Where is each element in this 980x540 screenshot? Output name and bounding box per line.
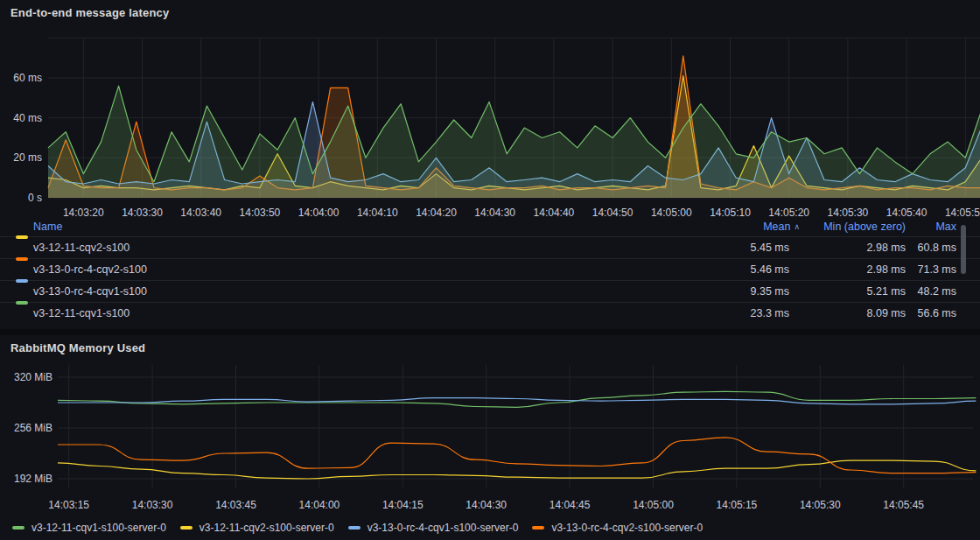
series-name[interactable]: v3-12-11-cqv1-s100 bbox=[33, 303, 130, 324]
min-value: 2.98 ms bbox=[867, 259, 906, 280]
series-area-v3-12-11-cqv1-s100 bbox=[48, 86, 980, 198]
min-value: 8.09 ms bbox=[867, 303, 906, 324]
legend-item[interactable]: v3-13-0-rc-4-cqv2-s100-server-0 bbox=[532, 522, 703, 534]
column-header-max[interactable]: Max bbox=[935, 217, 956, 236]
y-axis-tick-label: 256 MiB bbox=[14, 422, 52, 434]
max-value: 56.6 ms bbox=[918, 303, 956, 324]
memory-chart[interactable]: 192 MiB256 MiB320 MiB14:03:1514:03:3014:… bbox=[0, 354, 980, 522]
latency-chart[interactable]: 0 s20 ms40 ms60 ms14:03:2014:03:3014:03:… bbox=[0, 0, 980, 219]
mean-value: 5.46 ms bbox=[751, 259, 789, 280]
series-line-v3-12-11-cqv1-s100-server-0 bbox=[58, 391, 976, 407]
min-value: 2.98 ms bbox=[867, 237, 906, 258]
legend-label: v3-12-11-cqv1-s100-server-0 bbox=[32, 522, 166, 534]
legend-item[interactable]: v3-13-0-rc-4-cqv1-s100-server-0 bbox=[348, 522, 519, 534]
series-name[interactable]: v3-13-0-rc-4-cqv2-s100 bbox=[33, 259, 147, 280]
legend-table: NameMean∧Min (above zero)Maxv3-12-11-cqv… bbox=[0, 217, 980, 324]
panel-memory: RabbitMQ Memory Used 192 MiB256 MiB320 M… bbox=[0, 335, 980, 540]
column-header-mean[interactable]: Mean∧ bbox=[763, 217, 800, 237]
series-name[interactable]: v3-13-0-rc-4-cqv1-s100 bbox=[33, 281, 147, 302]
column-header-name[interactable]: Name bbox=[33, 217, 62, 236]
legend-item[interactable]: v3-12-11-cqv1-s100-server-0 bbox=[12, 522, 166, 534]
legend-label: v3-12-11-cqv2-s100-server-0 bbox=[200, 522, 334, 534]
series-color-swatch[interactable] bbox=[16, 279, 28, 283]
max-value: 48.2 ms bbox=[918, 281, 956, 302]
y-axis-tick-label: 40 ms bbox=[13, 112, 42, 124]
table-scrollbar[interactable] bbox=[961, 225, 966, 274]
y-axis-tick-label: 20 ms bbox=[13, 151, 42, 164]
legend-color-swatch bbox=[12, 526, 24, 529]
x-axis-tick-label: 14:04:00 bbox=[299, 499, 340, 511]
legend-label: v3-13-0-rc-4-cqv2-s100-server-0 bbox=[551, 522, 703, 534]
table-row: v3-13-0-rc-4-cqv1-s1009.35 ms5.21 ms48.2… bbox=[0, 280, 980, 302]
y-axis-tick-label: 320 MiB bbox=[14, 371, 52, 383]
table-row: v3-12-11-cqv1-s10023.3 ms8.09 ms56.6 ms bbox=[0, 302, 980, 324]
x-axis-tick-label: 14:05:00 bbox=[633, 499, 674, 511]
x-axis-tick-label: 14:03:15 bbox=[48, 499, 89, 511]
column-header-min[interactable]: Min (above zero) bbox=[823, 217, 906, 236]
legend-label: v3-13-0-rc-4-cqv1-s100-server-0 bbox=[368, 522, 519, 534]
min-value: 5.21 ms bbox=[867, 281, 906, 302]
x-axis-tick-label: 14:05:15 bbox=[717, 499, 758, 511]
panel-title-memory: RabbitMQ Memory Used bbox=[10, 341, 145, 354]
x-axis-tick-label: 14:03:30 bbox=[132, 499, 173, 511]
series-name[interactable]: v3-12-11-cqv2-s100 bbox=[33, 237, 130, 258]
x-axis-tick-label: 14:05:30 bbox=[800, 499, 841, 511]
series-line-v3-13-0-rc-4-cqv2-s100-server-0 bbox=[58, 438, 976, 473]
mean-value: 23.3 ms bbox=[751, 303, 789, 324]
legend-color-swatch bbox=[532, 526, 544, 529]
sort-ascending-icon: ∧ bbox=[794, 217, 800, 236]
legend-table-header-row: NameMean∧Min (above zero)Max bbox=[0, 217, 980, 236]
panel-divider bbox=[0, 329, 980, 335]
series-color-swatch[interactable] bbox=[16, 257, 28, 261]
table-row: v3-12-11-cqv2-s1005.45 ms2.98 ms60.8 ms bbox=[0, 236, 980, 258]
x-axis-tick-label: 14:04:30 bbox=[466, 499, 507, 511]
y-axis-tick-label: 192 MiB bbox=[14, 473, 52, 485]
panel-latency: End-to-end message latency 0 s20 ms40 ms… bbox=[0, 0, 980, 329]
y-axis-tick-label: 60 ms bbox=[13, 72, 42, 84]
max-value: 71.3 ms bbox=[918, 259, 956, 280]
x-axis-tick-label: 14:04:15 bbox=[382, 499, 424, 511]
x-axis-tick-label: 14:03:45 bbox=[215, 499, 256, 511]
mean-value: 9.35 ms bbox=[751, 281, 789, 302]
x-axis-tick-label: 14:05:45 bbox=[883, 499, 924, 511]
legend-color-swatch bbox=[348, 526, 360, 529]
series-line-v3-13-0-rc-4-cqv1-s100-server-0 bbox=[58, 398, 976, 404]
memory-legend: v3-12-11-cqv1-s100-server-0v3-12-11-cqv2… bbox=[12, 522, 703, 534]
max-value: 60.8 ms bbox=[918, 237, 956, 258]
series-color-swatch[interactable] bbox=[16, 235, 28, 239]
y-axis-tick-label: 0 s bbox=[28, 192, 42, 204]
table-row: v3-13-0-rc-4-cqv2-s1005.46 ms2.98 ms71.3… bbox=[0, 258, 980, 280]
mean-value: 5.45 ms bbox=[751, 237, 789, 258]
series-color-swatch[interactable] bbox=[16, 301, 28, 305]
legend-item[interactable]: v3-12-11-cqv2-s100-server-0 bbox=[180, 522, 334, 534]
x-axis-tick-label: 14:04:45 bbox=[550, 499, 591, 511]
legend-color-swatch bbox=[180, 526, 192, 529]
